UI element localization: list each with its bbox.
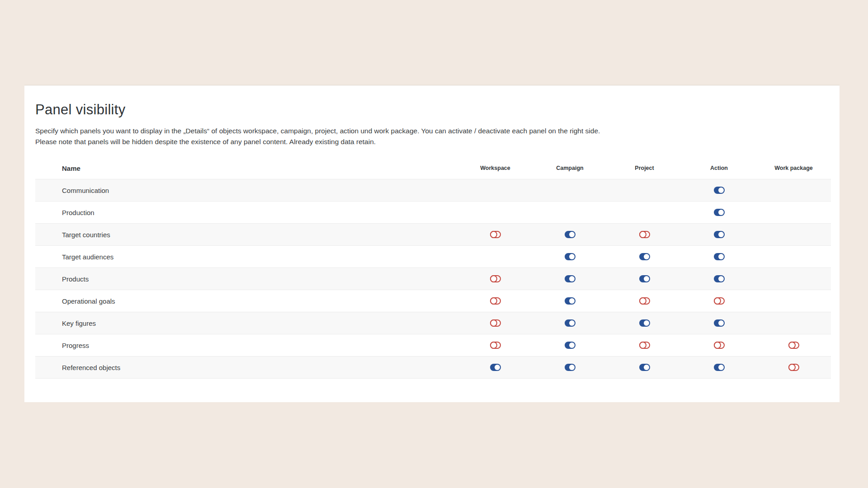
toggle-work-package-off[interactable] [788,342,799,349]
toggle-project-on[interactable] [639,253,650,260]
toggle-knob [490,342,497,349]
toggle-project-off[interactable] [639,231,650,238]
toggle-cell-workspace [458,297,533,305]
toggle-cell-campaign [533,364,607,371]
toggle-workspace-off[interactable] [490,342,501,349]
description-line-2: Please note that panels will be hidden d… [35,138,376,145]
toggle-cell-project [607,297,682,305]
toggle-cell-campaign [533,253,607,260]
toggle-action-on[interactable] [714,209,725,216]
toggle-cell-campaign [533,275,607,282]
toggle-cell-workspace [458,342,533,349]
row-name: Communication [35,187,458,194]
toggle-campaign-on[interactable] [565,297,576,305]
table-row: Referenced objects [35,357,831,379]
toggle-campaign-on[interactable] [565,319,576,327]
toggle-cell-campaign [533,231,607,238]
toggle-knob [718,188,724,193]
toggle-knob [718,320,724,326]
toggle-cell-action [682,319,756,327]
column-header-work-package: Work package [756,165,831,171]
toggle-cell-project [607,364,682,371]
column-header-campaign: Campaign [533,165,607,171]
toggle-knob [644,254,649,259]
table-header-row: Name Workspace Campaign Project Action W… [35,157,831,179]
toggle-cell-workspace [458,319,533,327]
column-header-name: Name [35,164,458,172]
page: { "card": { "title": "Panel visibility",… [0,0,868,488]
description: Specify which panels you want to display… [35,126,831,147]
toggle-project-on[interactable] [639,364,650,371]
toggle-campaign-on[interactable] [565,342,576,349]
column-header-workspace: Workspace [458,165,533,171]
row-name: Products [35,275,458,283]
toggle-knob [569,343,575,348]
toggle-knob [714,297,721,305]
toggle-knob [718,276,724,282]
toggle-cell-project [607,231,682,238]
toggle-knob [569,232,575,237]
toggle-cell-workspace [458,231,533,238]
toggle-knob [788,364,796,371]
toggle-cell-campaign [533,297,607,305]
toggle-cell-action [682,187,756,194]
table-body: CommunicationProductionTarget countriesT… [35,179,831,379]
toggle-knob [490,319,497,327]
table-row: Communication [35,179,831,202]
toggle-workspace-off[interactable] [490,319,501,327]
table-row: Progress [35,334,831,357]
toggle-work-package-off[interactable] [788,364,799,371]
toggle-cell-work-package [756,364,831,371]
toggle-action-on[interactable] [714,364,725,371]
toggle-knob [718,210,724,215]
table-row: Production [35,202,831,224]
toggle-workspace-off[interactable] [490,297,501,305]
toggle-cell-project [607,253,682,260]
toggle-cell-campaign [533,342,607,349]
row-name: Target audiences [35,253,458,261]
toggle-knob [490,297,497,305]
toggle-workspace-off[interactable] [490,231,501,238]
toggle-action-on[interactable] [714,275,725,282]
toggle-campaign-on[interactable] [565,253,576,260]
toggle-project-on[interactable] [639,275,650,282]
row-name: Production [35,209,458,216]
toggle-campaign-on[interactable] [565,364,576,371]
toggle-action-on[interactable] [714,187,725,194]
toggle-knob [714,342,721,349]
toggle-campaign-on[interactable] [565,231,576,238]
toggle-knob [569,320,575,326]
toggle-cell-action [682,253,756,260]
toggle-action-on[interactable] [714,231,725,238]
toggle-workspace-off[interactable] [490,275,501,282]
table-row: Operational goals [35,290,831,312]
toggle-project-off[interactable] [639,342,650,349]
toggle-campaign-on[interactable] [565,275,576,282]
description-line-1: Specify which panels you want to display… [35,127,600,135]
toggle-knob [569,365,575,370]
toggle-project-off[interactable] [639,297,650,305]
toggle-action-off[interactable] [714,297,725,305]
toggle-cell-workspace [458,364,533,371]
toggle-knob [490,275,497,282]
toggle-knob [644,276,649,282]
toggle-cell-action [682,342,756,349]
column-header-action: Action [682,165,756,171]
toggle-knob [639,342,646,349]
toggle-cell-work-package [756,342,831,349]
toggle-cell-action [682,231,756,238]
toggle-cell-project [607,342,682,349]
toggle-knob [718,365,724,370]
toggle-knob [718,254,724,259]
toggle-action-on[interactable] [714,319,725,327]
row-name: Referenced objects [35,364,458,371]
table-row: Key figures [35,312,831,334]
toggle-workspace-on[interactable] [490,364,501,371]
page-title: Panel visibility [35,102,831,118]
toggle-cell-project [607,319,682,327]
toggle-action-off[interactable] [714,342,725,349]
column-header-project: Project [607,165,682,171]
toggle-project-on[interactable] [639,319,650,327]
toggle-knob [569,254,575,259]
toggle-action-on[interactable] [714,253,725,260]
